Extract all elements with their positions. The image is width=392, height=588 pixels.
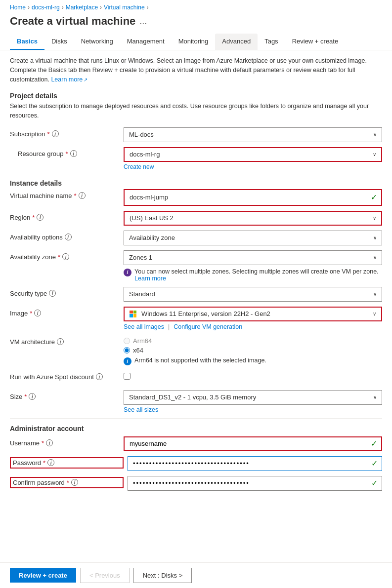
- multi-zone-icon: i: [124, 269, 131, 276]
- image-dropdown[interactable]: Windows 11 Enterprise, version 22H2 - Ge…: [124, 307, 382, 321]
- tab-review-create[interactable]: Review + create: [285, 34, 346, 50]
- username-check-icon: ✓: [367, 439, 381, 448]
- create-new-rg-link[interactable]: Create new: [124, 163, 382, 170]
- subscription-arrow-icon: ∨: [373, 132, 377, 137]
- vm-arch-info-icon[interactable]: i: [57, 338, 64, 345]
- breadcrumb-rg[interactable]: docs-ml-rg: [32, 4, 60, 11]
- confirm-password-row: Confirm password * i ✓: [10, 476, 382, 491]
- page-options-dots[interactable]: ...: [139, 16, 147, 27]
- tabs-bar: Basics Disks Networking Management Monit…: [0, 34, 392, 50]
- password-info-icon[interactable]: i: [47, 459, 54, 466]
- breadcrumb: Home › docs-ml-rg › Marketplace › Virtua…: [0, 0, 392, 13]
- vm-name-label: Virtual machine name * i: [10, 189, 124, 199]
- password-check-icon: ✓: [367, 459, 382, 468]
- breadcrumb-vm[interactable]: Virtual machine: [104, 4, 145, 11]
- arm64-option[interactable]: Arm64: [124, 337, 382, 345]
- next-button[interactable]: Next : Disks >: [133, 568, 192, 583]
- subscription-label: Subscription * i: [10, 127, 124, 138]
- tab-disks[interactable]: Disks: [44, 34, 74, 50]
- x64-radio[interactable]: [124, 347, 130, 353]
- tab-tags[interactable]: Tags: [258, 34, 285, 50]
- arm64-radio[interactable]: [124, 338, 130, 344]
- region-info-icon[interactable]: i: [37, 214, 44, 221]
- username-info-icon[interactable]: i: [46, 439, 53, 446]
- region-arrow-icon: ∨: [373, 215, 376, 221]
- image-required: *: [30, 310, 32, 317]
- username-label: Username * i: [10, 436, 124, 447]
- confirm-info-icon[interactable]: i: [71, 479, 78, 486]
- confirm-required: *: [67, 479, 69, 486]
- avail-zone-info-icon[interactable]: i: [62, 253, 69, 260]
- spot-discount-label: Run with Azure Spot discount i: [10, 370, 124, 381]
- rg-info-icon[interactable]: i: [70, 150, 77, 157]
- avail-zone-arrow-icon: ∨: [373, 255, 377, 260]
- footer-bar: Review + create < Previous Next : Disks …: [0, 562, 392, 588]
- resource-group-dropdown[interactable]: docs-ml-rg ∨: [124, 147, 382, 162]
- tab-networking[interactable]: Networking: [74, 34, 120, 50]
- spot-discount-control: [124, 370, 382, 380]
- confirm-password-input[interactable]: [128, 477, 367, 489]
- image-links-row: See all images | Configure VM generation: [124, 323, 382, 330]
- availability-zone-label: Availability zone * i: [10, 250, 124, 261]
- password-input[interactable]: [128, 457, 367, 470]
- instance-details-header: Instance details: [10, 179, 382, 187]
- region-dropdown[interactable]: (US) East US 2 ∨: [124, 211, 382, 226]
- avail-zone-required: *: [58, 253, 60, 261]
- resource-group-control: docs-ml-rg ∨ Create new: [124, 147, 382, 170]
- multi-zone-text: You can now select multiple zones. Selec…: [134, 268, 382, 282]
- breadcrumb-marketplace[interactable]: Marketplace: [66, 4, 98, 11]
- region-label: Region * i: [10, 211, 124, 221]
- size-control: Standard_DS1_v2 - 1 vcpu, 3.5 GiB memory…: [124, 390, 382, 413]
- username-input[interactable]: myusername: [125, 437, 367, 450]
- tab-advanced[interactable]: Advanced: [215, 34, 258, 50]
- subscription-info-icon[interactable]: i: [52, 130, 59, 137]
- size-dropdown[interactable]: Standard_DS1_v2 - 1 vcpu, 3.5 GiB memory…: [124, 390, 382, 405]
- x64-option[interactable]: x64: [124, 347, 382, 354]
- arm64-info-box: i Arm64 is not supported with the select…: [124, 357, 382, 365]
- separator: |: [168, 323, 170, 330]
- vm-architecture-label: VM architecture i: [10, 335, 124, 346]
- availability-options-label: Availability options i: [10, 231, 124, 241]
- tab-monitoring[interactable]: Monitoring: [172, 34, 216, 50]
- arm64-label: Arm64: [133, 337, 152, 345]
- vm-architecture-radio-group: Arm64 x64: [124, 335, 382, 354]
- subscription-dropdown[interactable]: ML-docs ∨: [124, 127, 382, 142]
- spot-checkbox[interactable]: [124, 373, 131, 380]
- see-all-sizes-link[interactable]: See all sizes: [124, 406, 382, 413]
- see-all-images-link[interactable]: See all images: [124, 323, 164, 330]
- subscription-control: ML-docs ∨: [124, 127, 382, 142]
- security-type-row: Security type i Standard ∨: [10, 287, 382, 302]
- breadcrumb-home[interactable]: Home: [10, 4, 26, 11]
- multi-zone-learn-more[interactable]: Learn more: [134, 275, 166, 282]
- resource-group-label: Resource group * i: [10, 147, 124, 157]
- confirm-password-label-wrap: Confirm password * i: [10, 477, 124, 488]
- avail-options-info-icon[interactable]: i: [65, 234, 72, 240]
- previous-button[interactable]: < Previous: [80, 568, 130, 583]
- availability-options-control: Availability zone ∨: [124, 231, 382, 245]
- security-type-info-icon[interactable]: i: [49, 290, 56, 297]
- vm-name-required: *: [74, 192, 77, 199]
- security-type-dropdown[interactable]: Standard ∨: [124, 287, 382, 302]
- image-info-icon[interactable]: i: [34, 310, 41, 316]
- learn-more-link[interactable]: Learn more↗: [51, 76, 87, 83]
- availability-zone-row: Availability zone * i Zones 1 ∨ i You ca…: [10, 250, 382, 282]
- confirm-field-wrap: ✓: [128, 476, 382, 491]
- availability-options-dropdown[interactable]: Availability zone ∨: [124, 231, 382, 245]
- configure-vm-generation-link[interactable]: Configure VM generation: [174, 323, 242, 330]
- vm-name-input[interactable]: docs-ml-jump: [125, 190, 367, 205]
- tab-basics[interactable]: Basics: [10, 34, 44, 50]
- avail-options-arrow-icon: ∨: [373, 235, 377, 240]
- image-label: Image * i: [10, 307, 124, 317]
- vm-architecture-control: Arm64 x64 i Arm64 is not supported with …: [124, 335, 382, 365]
- description-text: Create a virtual machine that runs Linux…: [10, 56, 382, 84]
- password-field-wrap: ✓: [128, 456, 382, 471]
- subscription-required: *: [47, 130, 50, 138]
- tab-management[interactable]: Management: [120, 34, 172, 50]
- vm-name-info-icon[interactable]: i: [79, 192, 86, 199]
- username-required: *: [42, 439, 44, 447]
- availability-zone-dropdown[interactable]: Zones 1 ∨: [124, 250, 382, 265]
- size-info-icon[interactable]: i: [29, 393, 36, 400]
- size-required: *: [24, 393, 27, 400]
- spot-info-icon[interactable]: i: [96, 373, 103, 380]
- review-create-button[interactable]: Review + create: [10, 568, 76, 583]
